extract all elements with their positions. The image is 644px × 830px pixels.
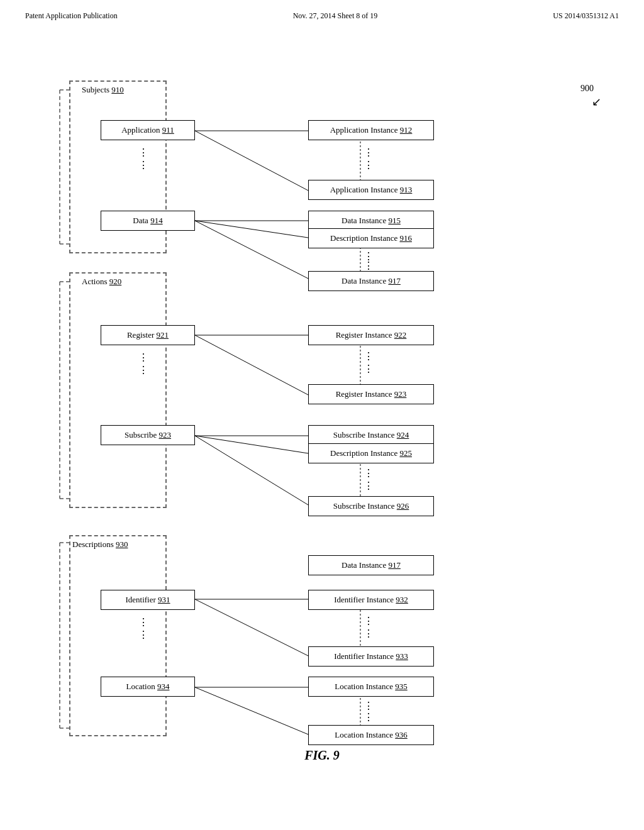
dots-912-913b: ⋮: [364, 159, 374, 171]
identifier-instance-932-box: Identifier Instance 932: [308, 590, 434, 610]
descriptions-box: [69, 535, 167, 736]
diagram-area: 900 ↙: [0, 27, 644, 782]
location-box: Location 934: [101, 677, 195, 697]
subscribe-instance-924-box: Subscribe Instance 924: [308, 425, 434, 445]
svg-line-18: [195, 436, 308, 505]
subscribe-box: Subscribe 923: [101, 425, 195, 445]
register-instance-923-box: Register Instance 923: [308, 384, 434, 404]
dots-925-926: ⋮: [364, 467, 374, 479]
register-instance-922-box: Register Instance 922: [308, 325, 434, 345]
data-box: Data 914: [101, 211, 195, 231]
figure-label: FIG. 9: [304, 748, 340, 763]
dots-922-923b: ⋮: [364, 363, 374, 375]
header-center: Nov. 27, 2014 Sheet 8 of 19: [293, 11, 378, 21]
register-box: Register 921: [101, 325, 195, 345]
dots-935-936b: ⋮: [364, 711, 374, 723]
ref-arrow: ↙: [592, 95, 601, 109]
subscribe-instance-926-box: Subscribe Instance 926: [308, 496, 434, 516]
descriptions-label: Descriptions 930: [72, 540, 128, 550]
dots-932-933b: ⋮: [364, 628, 374, 639]
header-right: US 2014/0351312 A1: [553, 11, 619, 21]
location-instance-935-box: Location Instance 935: [308, 677, 434, 697]
dots-reg-sub: ⋮: [138, 351, 148, 363]
identifier-instance-933-box: Identifier Instance 933: [308, 646, 434, 667]
data-instance-917a-box: Data Instance 917: [308, 271, 434, 291]
dots-916-917ab: ⋮: [364, 260, 374, 272]
desc-instance-916-box: Description Instance 916: [308, 228, 434, 248]
app-instance-913-box: Application Instance 913: [308, 180, 434, 200]
subjects-label: Subjects 910: [82, 85, 124, 95]
dots-reg-sub2: ⋮: [138, 364, 148, 376]
desc-instance-925-box: Description Instance 925: [308, 443, 434, 463]
identifier-box: Identifier 931: [101, 590, 195, 610]
svg-line-12: [195, 221, 308, 238]
application-box: Application 911: [101, 120, 195, 140]
dots-912-913: ⋮: [364, 147, 374, 158]
app-instance-912-box: Application Instance 912: [308, 120, 434, 140]
actions-box: [69, 272, 167, 508]
dots-app-data2: ⋮: [138, 159, 148, 171]
location-instance-936-box: Location Instance 936: [308, 725, 434, 745]
svg-line-10: [195, 131, 308, 191]
dots-id-loc: ⋮: [138, 616, 148, 628]
svg-line-22: [195, 687, 308, 734]
dots-922-923: ⋮: [364, 350, 374, 362]
actions-label: Actions 920: [82, 277, 121, 287]
svg-line-15: [195, 335, 308, 395]
svg-line-13: [195, 221, 308, 279]
page-header: Patent Application Publication Nov. 27, …: [0, 0, 644, 27]
dots-925-926b: ⋮: [364, 480, 374, 492]
dots-id-loc2: ⋮: [138, 629, 148, 641]
svg-line-17: [195, 436, 308, 453]
header-left: Patent Application Publication: [25, 11, 118, 21]
dots-app-data: ⋮: [138, 147, 148, 158]
svg-line-20: [195, 599, 308, 656]
dots-932-933: ⋮: [364, 615, 374, 627]
dots-935-936: ⋮: [364, 700, 374, 712]
ref-number: 900: [580, 84, 594, 94]
data-instance-917b-box: Data Instance 917: [308, 555, 434, 575]
